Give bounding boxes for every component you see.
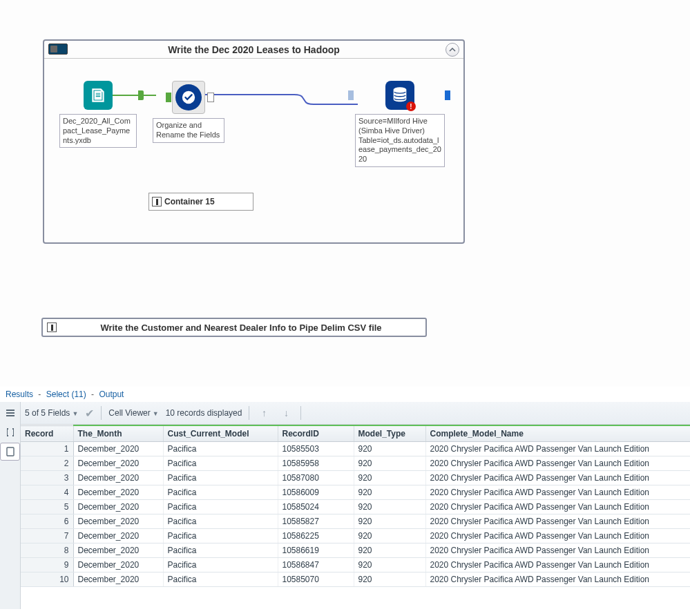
grid-header-row: Record The_Month Cust_Current_Model Reco…: [21, 425, 690, 442]
cell-record-number: 2: [21, 456, 73, 471]
table-row[interactable]: 2December_2020Pacifica105859589202020 Ch…: [21, 456, 690, 471]
results-grid[interactable]: Record The_Month Cust_Current_Model Reco…: [21, 425, 690, 587]
cell-model: Pacifica: [163, 485, 278, 500]
tool-annotation[interactable]: Dec_2020_All_Compact_Lease_Payments.yxdb: [59, 114, 137, 148]
cell-model: Pacifica: [163, 456, 278, 471]
input-anchor[interactable]: [166, 93, 171, 102]
table-row[interactable]: 1December_2020Pacifica105855039202020 Ch…: [21, 442, 690, 456]
cell-recordid: 10586619: [278, 543, 354, 558]
select-tool-icon: [175, 84, 202, 110]
apply-fields-icon[interactable]: ✔: [85, 407, 94, 420]
map-view-tab[interactable]: [0, 443, 20, 461]
data-view-tab[interactable]: [0, 404, 20, 422]
cell-recordid: 10585503: [278, 442, 354, 456]
records-displayed-label: 10 records displayed: [166, 408, 242, 418]
table-row[interactable]: 6December_2020Pacifica105858279202020 Ch…: [21, 514, 690, 529]
tool-annotation[interactable]: Source=MIlford Hive (Simba Hive Driver) …: [355, 114, 445, 167]
fields-selector[interactable]: 5 of 5 Fields▼: [25, 408, 78, 418]
prev-record-button[interactable]: ↑: [256, 407, 271, 418]
table-row[interactable]: 9December_2020Pacifica105868479202020 Ch…: [21, 558, 690, 572]
cell-model-type: 920: [354, 442, 425, 456]
cell-model: Pacifica: [163, 558, 278, 572]
breadcrumb-results[interactable]: Results: [6, 389, 33, 399]
output-anchor[interactable]: [207, 93, 214, 102]
table-row[interactable]: 7December_2020Pacifica105862259202020 Ch…: [21, 529, 690, 543]
tool-annotation[interactable]: Organize and Rename the Fields: [153, 118, 224, 143]
container-enable-toggle[interactable]: [47, 323, 57, 332]
cell-model-type: 920: [354, 500, 425, 514]
cell-record-number: 8: [21, 543, 73, 558]
cell-model: Pacifica: [163, 471, 278, 485]
cell-model-type: 920: [354, 529, 425, 543]
chevron-up-icon: [449, 46, 456, 53]
col-recordid[interactable]: RecordID: [278, 425, 354, 442]
table-row[interactable]: 5December_2020Pacifica105850249202020 Ch…: [21, 500, 690, 514]
cell-model-type: 920: [354, 456, 425, 471]
cell-model: Pacifica: [163, 500, 278, 514]
cell-month: December_2020: [73, 442, 163, 456]
table-row[interactable]: 8December_2020Pacifica105866199202020 Ch…: [21, 543, 690, 558]
table-row[interactable]: 3December_2020Pacifica105870809202020 Ch…: [21, 471, 690, 485]
cell-complete-name: 2020 Chrysler Pacifica AWD Passenger Van…: [425, 456, 690, 471]
cell-record-number: 4: [21, 485, 73, 500]
input-anchor[interactable]: [348, 90, 354, 100]
cell-complete-name: 2020 Chrysler Pacifica AWD Passenger Van…: [425, 442, 690, 456]
cell-recordid: 10585958: [278, 456, 354, 471]
cell-complete-name: 2020 Chrysler Pacifica AWD Passenger Van…: [425, 514, 690, 529]
error-badge-icon: !: [406, 102, 416, 111]
tool-container-15[interactable]: Container 15: [148, 193, 253, 211]
cell-month: December_2020: [73, 471, 163, 485]
col-cust-current-model[interactable]: Cust_Current_Model: [163, 425, 278, 442]
cell-recordid: 10585827: [278, 514, 354, 529]
cell-complete-name: 2020 Chrysler Pacifica AWD Passenger Van…: [425, 572, 690, 587]
cell-complete-name: 2020 Chrysler Pacifica AWD Passenger Van…: [425, 529, 690, 543]
container-enable-toggle[interactable]: [48, 44, 68, 55]
cell-model-type: 920: [354, 558, 425, 572]
cell-recordid: 10586009: [278, 485, 354, 500]
container-header[interactable]: Write the Dec 2020 Leases to Hadoop: [44, 41, 463, 59]
cell-complete-name: 2020 Chrysler Pacifica AWD Passenger Van…: [425, 471, 690, 485]
cell-model-type: 920: [354, 543, 425, 558]
cell-model: Pacifica: [163, 442, 278, 456]
cell-recordid: 10587080: [278, 471, 354, 485]
next-record-button[interactable]: ↓: [278, 407, 294, 418]
table-row[interactable]: 10December_2020Pacifica105850709202020 C…: [21, 572, 690, 587]
col-the-month[interactable]: The_Month: [73, 425, 163, 442]
database-output-icon: !: [385, 81, 414, 110]
col-model-type[interactable]: Model_Type: [354, 425, 425, 442]
breadcrumb-anchor[interactable]: Output: [99, 389, 124, 399]
col-complete-model-name[interactable]: Complete_Model_Name: [425, 425, 690, 442]
cell-record-number: 1: [21, 442, 73, 456]
cell-month: December_2020: [73, 485, 163, 500]
container-title: Container 15: [164, 197, 215, 206]
cell-month: December_2020: [73, 500, 163, 514]
cell-model: Pacifica: [163, 514, 278, 529]
page-icon: [5, 446, 16, 457]
tool-container-csv[interactable]: Write the Customer and Nearest Dealer In…: [41, 318, 427, 337]
results-panel: Results - Select (11) - Output 5 of 5 Fi…: [0, 387, 690, 616]
container-enable-toggle[interactable]: [152, 197, 162, 206]
cell-viewer-dropdown[interactable]: Cell Viewer▼: [108, 408, 158, 418]
breadcrumb-tool[interactable]: Select (11): [46, 389, 86, 399]
metadata-view-tab[interactable]: [0, 423, 20, 441]
output-anchor[interactable]: [445, 90, 450, 100]
cell-complete-name: 2020 Chrysler Pacifica AWD Passenger Van…: [425, 500, 690, 514]
cell-record-number: 5: [21, 500, 73, 514]
select-tool[interactable]: Organize and Rename the Fields: [153, 81, 224, 143]
cell-record-number: 9: [21, 558, 73, 572]
table-row[interactable]: 4December_2020Pacifica105860099202020 Ch…: [21, 485, 690, 500]
output-data-tool[interactable]: ! Source=MIlford Hive (Simba Hive Driver…: [355, 81, 445, 167]
cell-month: December_2020: [73, 543, 163, 558]
output-anchor[interactable]: [138, 90, 144, 100]
results-view-tabs: [0, 402, 21, 609]
list-icon: [5, 407, 16, 418]
workflow-canvas[interactable]: Write the Dec 2020 Leases to Hadoop Dec_…: [0, 0, 690, 387]
input-data-icon: [84, 81, 113, 110]
cell-record-number: 10: [21, 572, 73, 587]
col-record[interactable]: Record: [21, 425, 73, 442]
tool-container-hadoop[interactable]: Write the Dec 2020 Leases to Hadoop Dec_…: [43, 39, 465, 244]
cell-month: December_2020: [73, 514, 163, 529]
cell-complete-name: 2020 Chrysler Pacifica AWD Passenger Van…: [425, 543, 690, 558]
input-data-tool[interactable]: Dec_2020_All_Compact_Lease_Payments.yxdb: [59, 81, 137, 148]
container-collapse-button[interactable]: [445, 43, 459, 57]
